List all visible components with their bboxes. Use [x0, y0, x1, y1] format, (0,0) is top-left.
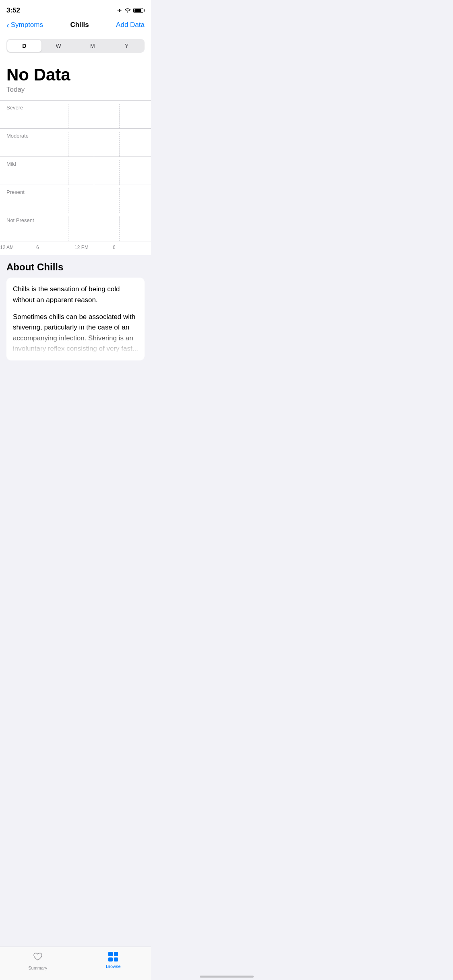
chart-grid: Severe Moderate Mild Present	[0, 100, 151, 255]
chart-row-severe: Severe	[0, 101, 151, 129]
chart-label-mild: Mild	[6, 160, 43, 167]
main-content: No Data Today Severe Moderate Mild	[0, 58, 151, 255]
chart-area-not-present	[43, 216, 145, 241]
no-data-title: No Data	[6, 66, 145, 84]
chart-label-not-present: Not Present	[6, 216, 43, 223]
add-data-button[interactable]: Add Data	[116, 21, 145, 29]
chart-row-moderate: Moderate	[0, 129, 151, 157]
status-icons: ✈	[117, 7, 145, 14]
status-time: 3:52	[6, 6, 20, 14]
segment-item-y[interactable]: Y	[110, 40, 144, 52]
time-label-12am: 12 AM	[0, 245, 36, 250]
time-label-6pm: 6	[113, 245, 151, 250]
time-label-6am: 6	[36, 245, 74, 250]
back-label: Symptoms	[11, 21, 43, 29]
back-button[interactable]: ‹ Symptoms	[6, 21, 43, 29]
segment-control: D W M Y	[0, 34, 151, 58]
airplane-icon: ✈	[117, 7, 122, 14]
no-data-section: No Data Today	[6, 58, 145, 100]
chart-label-severe: Severe	[6, 104, 43, 111]
chart-row-present: Present	[0, 185, 151, 213]
about-text: Chills is the sensation of being cold wi…	[13, 284, 138, 354]
nav-bar: ‹ Symptoms Chills Add Data	[0, 18, 151, 34]
segment-item-w[interactable]: W	[41, 40, 76, 52]
time-label-12pm: 12 PM	[74, 245, 113, 250]
about-card: Chills is the sensation of being cold wi…	[6, 278, 145, 360]
segment-item-d[interactable]: D	[7, 40, 41, 52]
chart-time-axis: 12 AM 6 12 PM 6	[0, 241, 151, 255]
today-label: Today	[6, 86, 145, 94]
chart-row-not-present: Not Present	[0, 213, 151, 241]
about-paragraph-2: Sometimes chills can be associated with …	[13, 312, 138, 354]
battery-icon	[133, 8, 145, 13]
chart-row-mild: Mild	[0, 157, 151, 185]
about-title: About Chills	[6, 261, 145, 273]
status-bar: 3:52 ✈	[0, 0, 151, 18]
back-chevron-icon: ‹	[6, 21, 9, 29]
wifi-icon	[124, 7, 131, 14]
nav-title: Chills	[70, 21, 89, 29]
segment-item-m[interactable]: M	[76, 40, 110, 52]
about-paragraph-1: Chills is the sensation of being cold wi…	[13, 284, 138, 305]
chart-area-mild	[43, 160, 145, 185]
chart-label-present: Present	[6, 188, 43, 195]
about-section: About Chills Chills is the sensation of …	[0, 255, 151, 360]
chart-area-present	[43, 188, 145, 213]
chart-area-moderate	[43, 132, 145, 156]
segment-wrapper: D W M Y	[6, 39, 145, 53]
chart-label-moderate: Moderate	[6, 132, 43, 139]
chart-area-severe	[43, 104, 145, 128]
